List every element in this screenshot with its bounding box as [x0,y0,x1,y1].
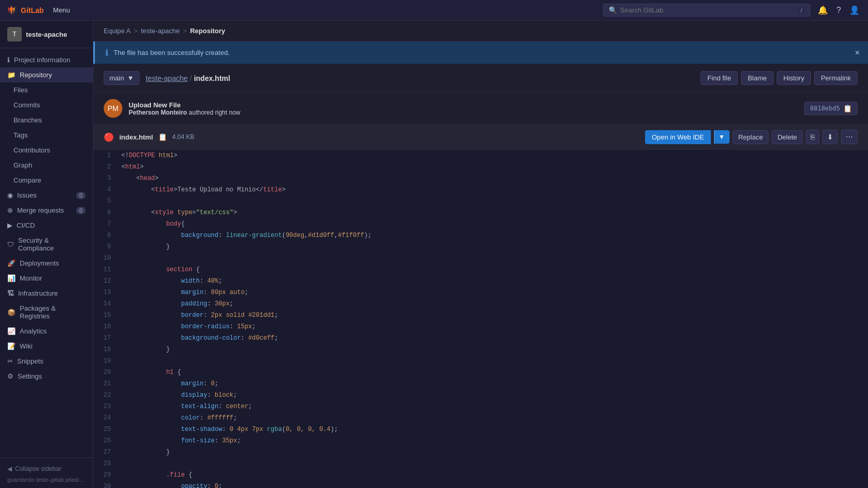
sidebar-item-deployments[interactable]: 🚀 Deployments [0,256,93,271]
code-line-17: 17 background-color: #d0ceff; [93,332,868,344]
sidebar-item-label: Tags [13,131,27,139]
alert-close-button[interactable]: × [855,48,860,58]
sidebar-item-wiki[interactable]: 📝 Wiki [0,339,93,354]
help-button[interactable]: ? [834,4,843,17]
replace-button[interactable]: Replace [733,130,769,144]
find-file-button[interactable]: Find file [701,71,738,85]
sidebar-item-merge-requests[interactable]: ⊕ Merge requests 0 [0,203,93,218]
project-info-icon: ℹ [7,56,10,64]
raw-button[interactable]: ⋯ [841,130,858,144]
branch-selector[interactable]: main ▼ [104,71,139,85]
packages-icon: 📦 [7,309,16,316]
sidebar-item-snippets[interactable]: ✂ Snippets [0,354,93,369]
line-content: text-align: center; [116,401,868,412]
sidebar-item-project-information[interactable]: ℹ Project information [0,52,93,67]
history-button[interactable]: History [777,71,811,85]
code-line-15: 15 border: 2px solid #201dd1; [93,310,868,321]
sidebar-item-infrastructure[interactable]: 🏗 Infrastructure [0,286,93,301]
commit-author-name: Petherson Monteiro [129,109,187,116]
breadcrumb-sep-1: > [134,27,138,35]
sidebar-item-branches[interactable]: Branches [0,113,93,128]
line-number: 2 [93,161,116,173]
line-content: margin: 0; [116,378,868,389]
breadcrumb-equipe-a[interactable]: Equipe A [104,27,131,35]
sidebar-item-files[interactable]: Files [0,82,93,97]
file-action-buttons: Open in Web IDE ▼ Replace Delete ⎘ ⬇ ⋯ [645,130,858,144]
copy-source-button[interactable]: ⎘ [806,130,819,144]
sidebar-item-label: Issues [17,191,37,199]
line-number: 13 [93,287,116,298]
breadcrumb-sep-2: > [183,27,187,35]
notifications-button[interactable]: 🔔 [816,3,830,17]
line-content: font-size: 35px; [116,435,868,447]
topbar-actions: 🔔 ? 👤 [816,3,862,17]
line-content: <!DOCTYPE html> [116,150,868,161]
blame-button[interactable]: Blame [741,71,774,85]
collapse-sidebar-button[interactable]: ◀ Collapse sidebar [7,463,86,475]
line-number: 12 [93,275,116,287]
permalink-button[interactable]: Permalink [814,71,858,85]
line-content [116,196,868,207]
sidebar-item-analytics[interactable]: 📈 Analytics [0,324,93,339]
file-path-root[interactable]: teste-apache [146,74,188,82]
line-number: 29 [93,469,116,481]
line-content: } [116,241,868,253]
sidebar-item-monitor[interactable]: 📊 Monitor [0,271,93,286]
success-alert: ℹ The file has been successfully created… [93,41,868,64]
sidebar-item-commits[interactable]: Commits [0,97,93,113]
user-menu-button[interactable]: 👤 [847,3,862,17]
sidebar-item-graph[interactable]: Graph [0,158,93,173]
commit-copy-button[interactable]: 📋 [843,104,852,113]
sidebar-item-compare[interactable]: Compare [0,173,93,188]
menu-button[interactable]: Menu [49,4,74,16]
search-icon: 🔍 [609,6,617,14]
open-web-ide-dropdown[interactable]: ▼ [714,130,730,144]
download-button[interactable]: ⬇ [822,130,838,144]
topbar: GitLab Menu 🔍 / 🔔 ? 👤 [0,0,868,21]
file-path: teste-apache / index.html [146,74,230,82]
breadcrumb-teste-apache[interactable]: teste-apache [141,27,180,35]
sidebar-item-label: Branches [13,116,42,124]
sidebar-item-packages[interactable]: 📦 Packages & Registries [0,301,93,324]
sidebar-item-label: Files [13,86,27,94]
line-number: 22 [93,389,116,401]
gitlab-logo[interactable]: GitLab [6,5,44,16]
line-content: <head> [116,173,868,184]
alert-message: The file has been successfully created. [114,49,230,57]
infrastructure-icon: 🏗 [7,289,14,297]
sidebar-item-repository[interactable]: 📁 Repository [0,67,93,82]
branch-name: main [109,74,124,82]
commit-info: Upload New File Petherson Monteiro autho… [129,101,798,116]
open-web-ide-button[interactable]: Open in Web IDE [645,130,711,144]
line-number: 19 [93,355,116,367]
line-content: width: 40%; [116,275,868,287]
sidebar-item-settings[interactable]: ⚙ Settings [0,369,93,384]
sidebar-item-cicd[interactable]: ▶ CI/CD [0,218,93,233]
commit-bar: PM Upload New File Petherson Monteiro au… [93,93,868,124]
code-line-6: 6 <style type="text/css"> [93,207,868,218]
code-line-7: 7 body{ [93,218,868,230]
line-content: .file { [116,469,868,481]
search-bar[interactable]: 🔍 / [603,4,810,17]
code-line-4: 4 <title>Teste Upload no Minio</title> [93,184,868,196]
delete-button[interactable]: Delete [772,130,803,144]
sidebar-item-label: Infrastructure [18,289,58,297]
line-number: 9 [93,241,116,253]
security-icon: 🛡 [7,241,14,248]
main-content: Equipe A > teste-apache > Repository ℹ T… [93,21,868,488]
search-input[interactable] [620,6,795,14]
merge-requests-icon: ⊕ [7,206,13,214]
sidebar-item-label: Deployments [20,259,59,267]
sidebar-item-tags[interactable]: Tags [0,128,93,143]
code-line-30: 30 opacity: 0; [93,481,868,488]
sidebar-item-security[interactable]: 🛡 Security & Compliance [0,233,93,256]
file-size: 4.04 KB [172,133,194,141]
sidebar-nav: ℹ Project information 📁 Repository Files… [0,48,93,457]
sidebar-item-issues[interactable]: ◉ Issues 0 [0,188,93,203]
line-number: 30 [93,481,116,488]
sidebar-item-label: Project information [14,56,70,64]
file-path-name: index.html [194,74,230,82]
sidebar-item-contributors[interactable]: Contributors [0,143,93,158]
cicd-icon: ▶ [7,221,12,229]
file-copy-icon[interactable]: 📋 [158,133,167,141]
